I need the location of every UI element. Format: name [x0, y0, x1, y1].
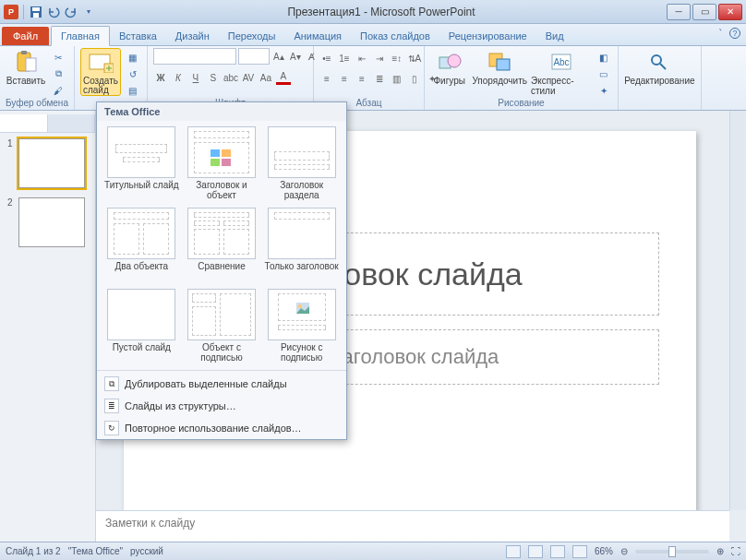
increase-indent-icon[interactable]: ⇥ [372, 51, 387, 66]
copy-icon[interactable]: ⧉ [50, 66, 66, 81]
strike-icon[interactable]: S [206, 70, 221, 85]
layout-title-only[interactable]: Только заголовок [262, 206, 341, 285]
undo-icon[interactable] [46, 5, 61, 19]
zoom-slider-thumb[interactable] [668, 546, 676, 557]
shape-fill-icon[interactable]: ◧ [596, 50, 612, 65]
layout-comparison[interactable]: Сравнение [183, 206, 261, 285]
file-tab[interactable]: Файл [2, 27, 49, 45]
normal-view-button[interactable] [506, 545, 521, 558]
menu-duplicate-slides[interactable]: ⧉Дублировать выделенные слайды [97, 373, 346, 395]
ribbon-tabs: Файл Главная Вставка Дизайн Переходы Ани… [0, 24, 746, 46]
maximize-button[interactable]: ▭ [692, 4, 716, 20]
slideshow-view-button[interactable] [572, 545, 587, 558]
editing-button[interactable]: Редактирование [624, 48, 695, 86]
zoom-out-button[interactable]: ⊖ [620, 546, 628, 556]
bold-icon[interactable]: Ж [153, 70, 168, 85]
zoom-in-button[interactable]: ⊕ [716, 546, 724, 556]
arrange-button[interactable]: Упорядочить [472, 48, 527, 86]
text-direction-icon[interactable]: ⇅A [407, 51, 422, 66]
justify-icon[interactable]: ≣ [372, 71, 387, 86]
vertical-scrollbar[interactable] [729, 111, 746, 510]
new-slide-button[interactable]: Создать слайд [80, 48, 121, 96]
reading-view-button[interactable] [550, 545, 565, 558]
change-case-icon[interactable]: Aa [259, 70, 273, 85]
group-drawing: Фигуры Упорядочить Abc Экспресс-стили ◧ … [425, 46, 619, 110]
tab-animations[interactable]: Анимация [284, 27, 351, 45]
tab-view[interactable]: Вид [536, 27, 573, 45]
format-painter-icon[interactable]: 🖌 [50, 83, 66, 98]
char-spacing-icon[interactable]: AV [241, 70, 256, 85]
tab-slideshow[interactable]: Показ слайдов [351, 27, 439, 45]
tab-design[interactable]: Дизайн [166, 27, 219, 45]
grow-font-icon[interactable]: A▴ [271, 49, 286, 64]
arrange-icon [486, 50, 513, 74]
ribbon-corner: ˋ ? [718, 28, 740, 40]
underline-icon[interactable]: Ч [188, 70, 203, 85]
shape-effects-icon[interactable]: ✦ [596, 83, 612, 98]
close-button[interactable]: ✕ [718, 4, 742, 20]
app-icon: P [4, 5, 18, 19]
fit-to-window-button[interactable]: ⛶ [731, 546, 740, 556]
reset-icon[interactable]: ↺ [125, 66, 141, 81]
numbering-icon[interactable]: 1≡ [337, 51, 352, 66]
redo-icon[interactable] [64, 5, 78, 19]
zoom-value: 66% [595, 546, 613, 556]
status-language[interactable]: русский [130, 546, 163, 556]
bullets-icon[interactable]: •≡ [319, 51, 334, 66]
layout-picture-caption[interactable]: Рисунок с подписью [262, 287, 341, 366]
thumb-preview [18, 197, 85, 247]
outline-icon: ≣ [104, 399, 119, 413]
layout-section-header[interactable]: Заголовок раздела [262, 125, 341, 204]
qat-customize-icon[interactable]: ▾ [81, 5, 96, 19]
save-icon[interactable] [29, 5, 43, 19]
layout-title-slide[interactable]: Титульный слайд [102, 125, 181, 204]
align-right-icon[interactable]: ≡ [355, 71, 369, 86]
panel-tab-outline[interactable] [48, 114, 96, 132]
layout-icon[interactable]: ▦ [125, 50, 141, 65]
slide-thumb-1[interactable]: 1 [7, 138, 88, 192]
minimize-button[interactable]: ─ [667, 4, 691, 20]
duplicate-icon: ⧉ [104, 376, 119, 391]
panel-tab-slides[interactable] [0, 114, 48, 132]
paste-button[interactable]: Вставить [6, 48, 46, 86]
italic-icon[interactable]: К [171, 70, 186, 85]
tab-home[interactable]: Главная [51, 26, 110, 46]
slide-thumb-2[interactable]: 2 [7, 197, 88, 251]
help-icon[interactable]: ? [729, 28, 740, 39]
align-text-icon[interactable]: ▯ [407, 71, 422, 86]
align-center-icon[interactable]: ≡ [337, 71, 352, 86]
tab-transitions[interactable]: Переходы [219, 27, 285, 45]
align-left-icon[interactable]: ≡ [319, 71, 334, 86]
tab-review[interactable]: Рецензирование [439, 27, 536, 45]
layout-content-caption[interactable]: Объект с подписью [183, 287, 261, 366]
group-drawing-label: Рисование [430, 98, 612, 110]
shrink-font-icon[interactable]: A▾ [288, 49, 303, 64]
cut-icon[interactable]: ✂ [50, 50, 66, 65]
layout-title-content[interactable]: Заголовок и объект [183, 125, 261, 204]
sorter-view-button[interactable] [528, 545, 543, 558]
layout-two-content[interactable]: Два объекта [102, 206, 181, 285]
zoom-slider[interactable] [635, 550, 709, 554]
notes-pane[interactable]: Заметки к слайду [96, 510, 729, 542]
svg-point-23 [298, 304, 302, 308]
svg-rect-4 [21, 51, 27, 54]
decrease-indent-icon[interactable]: ⇤ [355, 51, 369, 66]
shadow-icon[interactable]: abc [223, 70, 238, 85]
columns-icon[interactable]: ▥ [390, 71, 404, 86]
line-spacing-icon[interactable]: ≡↕ [390, 51, 404, 66]
menu-slides-from-outline[interactable]: ≣Слайды из структуры… [97, 395, 346, 417]
font-color-icon[interactable]: A [276, 70, 291, 85]
font-family-combo[interactable] [153, 48, 236, 65]
minimize-ribbon-icon[interactable]: ˋ [718, 28, 724, 40]
quick-styles-button[interactable]: Abc Экспресс-стили [531, 48, 592, 96]
menu-reuse-slides[interactable]: ↻Повторное использование слайдов… [97, 417, 346, 439]
section-icon[interactable]: ▤ [125, 83, 141, 98]
layout-blank[interactable]: Пустой слайд [102, 287, 181, 366]
shapes-button[interactable]: Фигуры [430, 48, 468, 86]
shape-outline-icon[interactable]: ▭ [596, 66, 612, 81]
shapes-icon [436, 50, 463, 74]
group-slides: Создать слайд ▦ ↺ ▤ [75, 46, 148, 110]
font-size-combo[interactable] [238, 48, 270, 65]
quick-access-toolbar: P ▾ [4, 5, 96, 19]
tab-insert[interactable]: Вставка [110, 27, 166, 45]
